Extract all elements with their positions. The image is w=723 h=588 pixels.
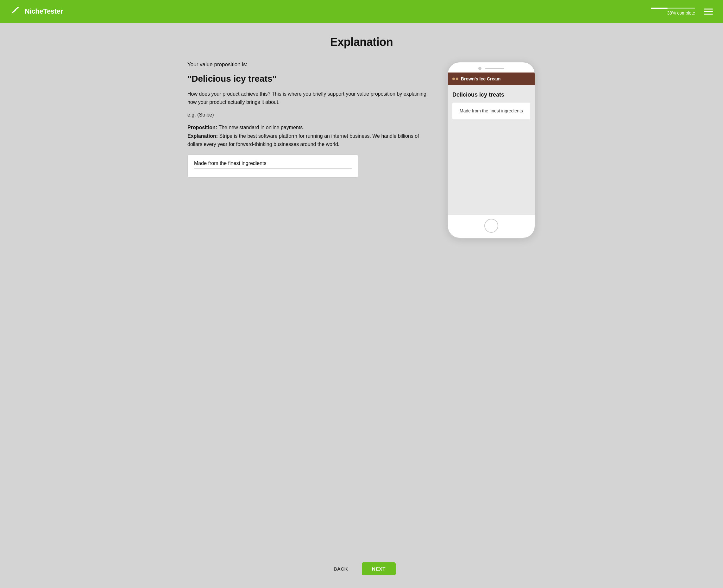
- progress-bar-track: [651, 7, 695, 9]
- icon-dot-2: [456, 78, 459, 80]
- phone-speaker: [485, 68, 504, 69]
- progress-area: 38% complete: [651, 7, 695, 16]
- page-title: Explanation: [330, 36, 393, 49]
- logo-text: NicheTester: [25, 7, 63, 16]
- explanation-label: Explanation: Stripe is the best software…: [187, 133, 419, 147]
- example-block: Proposition: The new standard in online …: [187, 124, 428, 148]
- back-button[interactable]: BACK: [327, 563, 354, 575]
- header-right: 38% complete: [651, 7, 713, 16]
- phone-mockup: Brown's Ice Cream Delicious icy treats M…: [447, 61, 536, 239]
- proposition-label: Proposition: The new standard in online …: [187, 125, 303, 130]
- explanation-input-box: [187, 154, 358, 177]
- right-panel: Brown's Ice Cream Delicious icy treats M…: [447, 61, 536, 239]
- value-prop-label: Your value proposition is:: [187, 61, 428, 68]
- phone-app-name: Brown's Ice Cream: [461, 76, 501, 81]
- hamburger-line-1: [704, 8, 713, 9]
- left-panel: Your value proposition is: "Delicious ic…: [187, 61, 428, 177]
- app-header: NicheTester 38% complete: [0, 0, 723, 23]
- phone-home-button: [484, 219, 498, 233]
- phone-home-button-row: [448, 215, 535, 238]
- next-button[interactable]: NEXT: [362, 562, 396, 575]
- description-text: How does your product achieve this? This…: [187, 90, 428, 107]
- progress-bar-fill: [651, 7, 667, 9]
- hamburger-menu-button[interactable]: [704, 8, 713, 15]
- value-prop-quote: "Delicious icy treats": [187, 74, 428, 84]
- svg-rect-1: [14, 6, 19, 10]
- phone-explanation-card: Made from the finest ingredients: [452, 103, 530, 119]
- bottom-nav: BACK NEXT: [0, 553, 723, 588]
- main-content: Explanation Your value proposition is: "…: [0, 23, 723, 553]
- explanation-input[interactable]: [194, 161, 352, 168]
- phone-main-title: Delicious icy treats: [452, 91, 530, 98]
- phone-screen: Brown's Ice Cream Delicious icy treats M…: [448, 72, 535, 215]
- phone-top-bar: [448, 62, 535, 72]
- phone-app-header: Brown's Ice Cream: [448, 72, 535, 85]
- content-row: Your value proposition is: "Delicious ic…: [187, 61, 536, 239]
- logo-icon: [10, 6, 22, 17]
- example-label: e.g. (Stripe): [187, 112, 428, 118]
- progress-text: 38% complete: [667, 10, 695, 16]
- hamburger-line-2: [704, 11, 713, 12]
- logo-area: NicheTester: [10, 6, 63, 17]
- hamburger-line-3: [704, 14, 713, 15]
- phone-app-icon: [452, 78, 459, 80]
- phone-app-body: Delicious icy treats Made from the fines…: [448, 85, 535, 215]
- icon-dot-1: [452, 78, 455, 80]
- phone-camera: [478, 67, 482, 70]
